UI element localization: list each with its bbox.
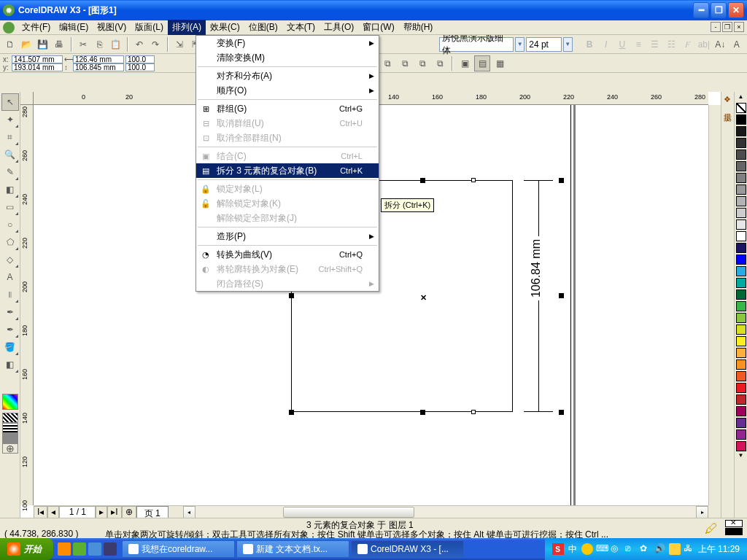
char-format-button[interactable]: 𝐹 [680,36,694,52]
text-tool[interactable]: A [1,268,19,286]
indent-button[interactable]: ☷ [664,36,678,52]
scrollbar-vertical[interactable] [708,105,721,505]
text-dir-v[interactable]: A [729,36,743,52]
menu-item[interactable]: 顺序(O)▶ [196,83,379,98]
mdi-restore[interactable]: ❐ [722,22,732,32]
palette-down[interactable]: ▼ [736,452,746,461]
docker-hint-icon[interactable]: ❖ [723,95,732,104]
tray-icon-6[interactable]: ⎚ [625,543,637,555]
open-button[interactable]: 📂 [19,36,34,52]
obj-x[interactable]: 141.507 mm [12,55,63,63]
mdi-minimize[interactable]: - [711,22,721,32]
color-swatch[interactable] [736,114,746,125]
paste-button[interactable]: 📋 [108,36,123,52]
font-combo[interactable]: 房悦黑演示版细体 [439,37,514,52]
color-swatch[interactable] [736,173,746,183]
align-button[interactable]: ≡ [631,36,646,52]
menu-f[interactable]: 文件(F) [18,20,55,35]
handle-e[interactable] [559,293,564,298]
handle-s[interactable] [420,410,425,415]
ql-icon-2[interactable] [73,542,86,556]
color-swatch[interactable] [736,126,746,136]
scroll-right[interactable]: ▸ [696,506,708,518]
color-swatch[interactable] [736,149,746,160]
pattern-3[interactable] [2,433,18,443]
page-prev[interactable]: ◂ [47,506,59,518]
color-swatch[interactable] [736,219,746,230]
menu-a[interactable]: 排列(A) [168,20,206,35]
menu-v[interactable]: 视图(V) [93,20,131,35]
menu-item[interactable]: 清除变换(M) [196,50,379,65]
color-swatch[interactable] [736,429,746,440]
text-dir-h[interactable]: A↓ [713,36,727,52]
eyedropper-tool[interactable]: ✒ [1,303,19,321]
tray-icon-shield[interactable] [669,543,681,555]
outline-tool[interactable]: ✒ [1,321,19,338]
obj-y[interactable]: 193.014 mm [12,63,63,71]
obj-h[interactable]: 106.845 mm [73,63,124,71]
color-swatch[interactable] [736,359,746,370]
page-first[interactable]: I◂ [34,506,47,518]
fill-outline-indicator[interactable] [725,520,743,535]
handle-w[interactable] [289,293,294,298]
scale-y[interactable]: 100.0 [125,63,155,71]
ql-icon-1[interactable] [58,542,71,556]
menu-e[interactable]: 编辑(E) [55,20,93,35]
color-swatch[interactable] [736,371,746,381]
new-button[interactable]: 🗋 [3,36,18,52]
page-next[interactable]: ▸ [96,506,107,518]
tray-clock[interactable]: 上午 11:29 [698,543,740,556]
shaping-4[interactable]: ⧉ [414,55,430,71]
interactive-fill-tool[interactable]: ◧ [1,356,19,373]
break-button[interactable]: ▤ [474,55,490,71]
close-button[interactable]: ✕ [728,2,744,18]
color-swatch[interactable] [736,243,746,253]
tray-icon-ime[interactable]: 中 [567,543,578,555]
ruler-vertical[interactable]: 280260240220200180160140120100 [20,105,34,505]
basic-shapes-tool[interactable]: ◇ [1,251,19,268]
import-button[interactable]: ⇲ [172,36,187,52]
color-swatch[interactable] [736,266,746,276]
color-swatch[interactable] [736,161,746,171]
ellipse-tool[interactable]: ○ [1,216,19,233]
save-button[interactable]: 💾 [36,36,50,52]
handle-n[interactable] [420,178,425,183]
polygon-tool[interactable]: ⬠ [1,233,19,251]
scale-x[interactable]: 100.0 [125,55,155,63]
palette-up[interactable]: ▲ [736,93,746,102]
color-swatch[interactable] [736,406,746,416]
color-swatch[interactable] [736,254,746,265]
font-dropdown[interactable]: ▼ [515,37,525,52]
fill-tool[interactable]: 🪣 [1,338,19,356]
fontsize-combo[interactable]: 24 pt [526,37,561,52]
menu-item[interactable]: ▤拆分 3 元素的复合对象(B)Ctrl+K [196,163,379,178]
color-swatch[interactable] [736,324,746,335]
menu-h[interactable]: 帮助(H) [399,20,438,35]
fill-swatch[interactable] [725,520,743,527]
node-ne-inner[interactable] [471,178,476,182]
ql-icon-3[interactable] [88,542,101,556]
maximize-button[interactable]: ❐ [711,2,727,18]
menu-w[interactable]: 窗口(W) [358,20,398,35]
menu-item[interactable]: 造形(P)▶ [196,229,379,244]
cut-button[interactable]: ✂ [76,36,90,52]
menu-item[interactable]: ◔转换为曲线(V)Ctrl+Q [196,247,379,262]
color-swatch[interactable] [736,313,746,323]
outline-swatch[interactable] [725,528,743,535]
menu-item[interactable]: 变换(F)▶ [196,36,379,50]
color-swatch[interactable] [736,301,746,311]
color-swatch[interactable] [736,196,746,206]
tray-icon-keyboard[interactable]: ⌨ [596,543,608,555]
color-preview[interactable] [2,394,18,410]
blend-tool[interactable]: ⫴ [1,286,19,303]
taskbar-button[interactable]: CorelDRAW X3 - [... [351,540,464,558]
mdi-close[interactable]: × [734,22,744,32]
ruler-origin[interactable] [20,92,34,105]
menu-o[interactable]: 工具(O) [320,20,358,35]
menu-item[interactable]: ⊞群组(G)Ctrl+G [196,101,379,116]
scroll-track-h[interactable] [196,506,696,518]
outline-indicator-icon[interactable]: 🖊 [705,521,718,537]
scroll-thumb-h[interactable] [283,507,414,518]
shaping-2[interactable]: ⧉ [379,55,395,71]
scroll-left[interactable]: ◂ [183,506,196,518]
